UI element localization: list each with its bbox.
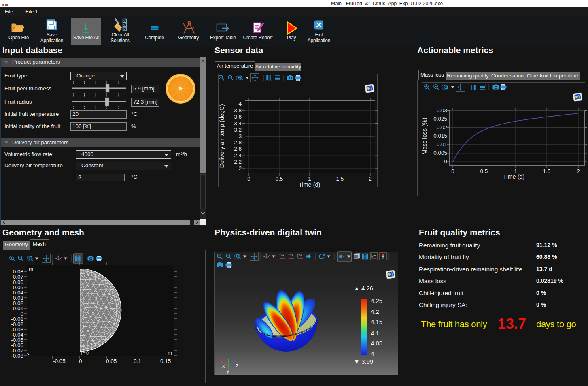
svg-text:z: z: [236, 362, 239, 368]
svg-text:x: x: [222, 363, 225, 369]
svg-text:y: y: [227, 368, 229, 374]
